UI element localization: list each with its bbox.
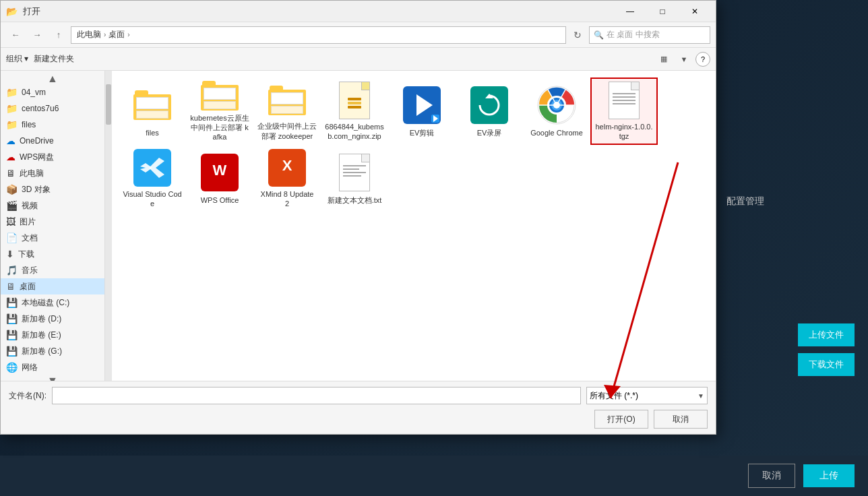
new-folder-button[interactable]: 新建文件夹	[34, 51, 74, 68]
dialog-titlebar: 📂 打开 — □ ✕	[1, 1, 716, 22]
sidebar-item-drive-c[interactable]: 💾 本地磁盘 (C:)	[1, 294, 104, 311]
dialog-action-row: 打开(O) 取消	[9, 410, 708, 429]
computer-icon: 🖥	[6, 168, 16, 179]
sidebar-item-04vm[interactable]: 📁 04_vm	[1, 84, 104, 100]
view-list-button[interactable]: ▼	[675, 51, 693, 68]
file-item-enterprise[interactable]: 企业级中间件上云部署 zookeeper	[253, 78, 321, 145]
file-label-ev-edit: EV剪辑	[410, 128, 435, 137]
secondary-toolbar: 组织 ▾ 新建文件夹 ▦ ▼ ?	[1, 48, 716, 71]
sidebar-item-doc[interactable]: 📄 文档	[1, 230, 104, 246]
sidebar-item-download[interactable]: ⬇ 下载	[1, 246, 104, 262]
sidebar-scrollbar-thumb	[106, 84, 111, 125]
organize-button[interactable]: 组织 ▾	[6, 51, 28, 68]
file-item-kubernetes[interactable]: kubernetes云原生中间件上云部署 kafka	[186, 78, 253, 145]
file-item-nginx-zip[interactable]: 6864844_kubemsb.com_nginx.zip	[321, 78, 388, 145]
sidebar-label-doc: 文档	[22, 232, 38, 244]
drive-c-icon: 💾	[6, 297, 18, 308]
sidebar-item-video[interactable]: 🎬 视频	[1, 197, 104, 214]
file-icon-xmind: X	[267, 149, 307, 187]
doc-icon: 📄	[6, 232, 18, 243]
nav-toolbar: ← → ↑ 此电脑 › 桌面 › ↻ 🔍 在 桌面 中搜索	[1, 22, 716, 48]
sidebar-scroll-up[interactable]: ▲	[1, 73, 104, 84]
folder-shape-files	[133, 90, 171, 120]
file-label-xmind: XMind 8 Update 2	[257, 189, 317, 209]
file-label-vscode: Visual Studio Code	[123, 189, 182, 209]
file-item-wps[interactable]: W WPS Office	[186, 145, 253, 212]
file-item-chrome[interactable]: Google Chrome	[523, 78, 590, 145]
download-file-button[interactable]: 下载文件	[798, 353, 855, 376]
file-item-ev-record[interactable]: EV录屏	[456, 78, 523, 145]
file-item-files[interactable]: files	[119, 78, 186, 145]
file-item-xmind[interactable]: X XMind 8 Update 2	[253, 145, 321, 212]
network-icon: 🌐	[6, 362, 18, 373]
upload-file-button[interactable]: 上传文件	[798, 323, 855, 346]
dialog-cancel-button[interactable]: 取消	[654, 410, 708, 429]
file-item-vscode[interactable]: Visual Studio Code	[119, 145, 186, 212]
sidebar-item-desktop[interactable]: 🖥 桌面	[1, 278, 104, 294]
chrome-svg	[537, 86, 576, 125]
sidebar-label-centos: centos7u6	[22, 104, 59, 113]
sidebar-item-3d[interactable]: 📦 3D 对象	[1, 181, 104, 197]
sidebar-item-files[interactable]: 📁 files	[1, 117, 104, 133]
minimize-button[interactable]: —	[615, 2, 646, 21]
file-icon-ev-edit	[402, 85, 442, 125]
sidebar-item-wps-cloud[interactable]: ☁ WPS网盘	[1, 149, 104, 165]
sidebar-label-this-pc: 此电脑	[20, 168, 44, 179]
sidebar-label-desktop: 桌面	[20, 281, 36, 292]
breadcrumb-bar[interactable]: 此电脑 › 桌面 ›	[71, 26, 566, 44]
sidebar-area: ▲ 📁 04_vm 📁 centos7u6 📁 files ☁ OneDrive	[1, 71, 112, 381]
folder-icon-files: 📁	[6, 119, 18, 130]
file-label-wps: WPS Office	[201, 195, 239, 205]
file-icon-new-txt	[334, 152, 375, 193]
sidebar-item-music[interactable]: 🎵 音乐	[1, 262, 104, 278]
filename-row: 文件名(N): 所有文件 (*.*) ▼	[9, 387, 708, 404]
svg-text:X: X	[282, 157, 292, 174]
sidebar-item-drive-d[interactable]: 💾 新加卷 (D:)	[1, 311, 104, 327]
desktop-icon: 🖥	[6, 281, 16, 292]
file-label-files: files	[146, 128, 159, 137]
close-button[interactable]: ✕	[679, 2, 710, 21]
file-icon-files	[132, 85, 173, 125]
file-item-helm-tgz[interactable]: helm-nginx-1.0.0.tgz	[590, 78, 658, 145]
sidebar-label-onedrive: OneDrive	[20, 136, 54, 146]
sidebar-label-picture: 图片	[20, 216, 36, 228]
config-panel: 配置管理	[720, 189, 868, 214]
drive-g-icon: 💾	[6, 346, 18, 356]
sidebar-item-this-pc[interactable]: 🖥 此电脑	[1, 165, 104, 181]
back-button[interactable]: ←	[6, 26, 25, 44]
file-icon-chrome	[536, 85, 577, 125]
sidebar-item-drive-e[interactable]: 💾 新加卷 (E:)	[1, 327, 104, 343]
file-item-new-txt[interactable]: 新建文本文档.txt	[321, 145, 388, 212]
dark-app-cancel-button[interactable]: 取消	[748, 464, 795, 488]
sidebar-scrollbar[interactable]	[105, 71, 112, 381]
maximize-button[interactable]: □	[647, 2, 678, 21]
search-placeholder: 在 桌面 中搜索	[607, 29, 660, 40]
sidebar-item-picture[interactable]: 🖼 图片	[1, 214, 104, 230]
sidebar-label-drive-d: 新加卷 (D:)	[22, 313, 61, 325]
sidebar-label-download: 下载	[18, 249, 34, 260]
open-button[interactable]: 打开(O)	[594, 410, 648, 429]
breadcrumb-desktop[interactable]: 桌面	[108, 29, 125, 40]
sidebar-item-onedrive[interactable]: ☁ OneDrive	[1, 133, 104, 149]
file-item-ev-edit[interactable]: EV剪辑	[388, 78, 456, 145]
filename-input[interactable]	[52, 387, 581, 404]
up-button[interactable]: ↑	[49, 26, 68, 44]
sidebar-item-centos[interactable]: 📁 centos7u6	[1, 100, 104, 117]
sidebar-item-network[interactable]: 🌐 网络	[1, 359, 104, 375]
refresh-button[interactable]: ↻	[569, 26, 586, 44]
folder-icon-04vm: 📁	[6, 87, 18, 98]
ev-record-svg	[477, 93, 501, 117]
view-grid-button[interactable]: ▦	[655, 51, 673, 68]
help-button[interactable]: ?	[695, 52, 710, 67]
wps-svg: W	[206, 159, 233, 186]
dark-app-upload-button[interactable]: 上传	[803, 464, 855, 487]
sidebar: ▲ 📁 04_vm 📁 centos7u6 📁 files ☁ OneDrive	[1, 71, 105, 381]
forward-button[interactable]: →	[28, 26, 46, 44]
search-bar[interactable]: 🔍 在 桌面 中搜索	[589, 26, 710, 44]
sidebar-item-drive-g[interactable]: 💾 新加卷 (G:)	[1, 343, 104, 359]
breadcrumb-computer[interactable]: 此电脑	[77, 29, 101, 40]
sidebar-scroll-down[interactable]: ▼	[1, 375, 104, 381]
file-icon-vscode	[132, 149, 173, 187]
vscode-icon-shape	[133, 149, 171, 187]
filetype-select[interactable]: 所有文件 (*.*) ▼	[586, 387, 708, 404]
